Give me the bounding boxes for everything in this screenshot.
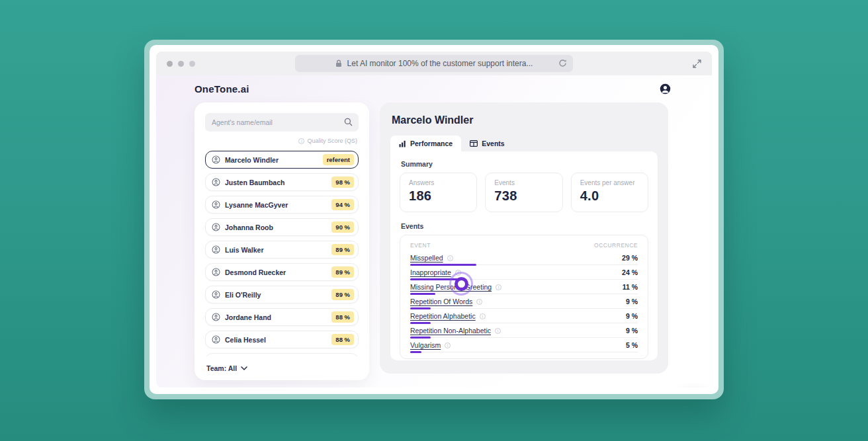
tab-performance-label: Performance xyxy=(410,140,453,147)
agent-sidebar: Quality Score (QS) Marcelo Windler refer… xyxy=(195,102,369,380)
agent-name: Eli O'Reilly xyxy=(225,291,261,299)
info-icon[interactable] xyxy=(480,313,486,319)
agent-row[interactable]: Marcelo Windler referent xyxy=(205,151,359,169)
summary-card-value: 186 xyxy=(409,188,468,204)
search-icon xyxy=(344,118,353,126)
account-icon[interactable] xyxy=(660,83,671,95)
info-icon[interactable] xyxy=(445,342,451,348)
event-occurrence-value: 11 % xyxy=(623,283,638,291)
team-filter-label: Team: All xyxy=(206,364,237,372)
event-occurrence-value: 9 % xyxy=(626,298,638,305)
event-row: Misspelled 29 % xyxy=(410,251,638,266)
event-occurrence-track xyxy=(410,322,638,324)
agent-avatar-icon xyxy=(212,335,220,344)
agent-detail-title: Marcelo Windler xyxy=(392,114,658,126)
event-row: Vulgarism 5 % xyxy=(410,339,638,353)
info-icon[interactable] xyxy=(476,299,482,305)
event-occurrence-track xyxy=(410,293,638,295)
summary-card-value: 4.0 xyxy=(580,188,639,204)
agent-avatar-icon xyxy=(212,178,220,186)
search-input[interactable] xyxy=(205,113,359,132)
window-zoom-button[interactable] xyxy=(189,61,195,67)
url-bar[interactable]: Let AI monitor 100% of the customer supp… xyxy=(295,55,573,72)
agent-row[interactable]: Jordane Hand 88 % xyxy=(205,308,359,326)
event-name-link[interactable]: Misspelled xyxy=(410,254,443,262)
agent-score-badge: 89 % xyxy=(331,244,354,255)
quality-score-legend: Quality Score (QS) xyxy=(205,138,357,144)
event-name-link[interactable]: Inappropriate xyxy=(410,268,451,276)
info-icon[interactable] xyxy=(447,255,453,261)
summary-card-label: Events xyxy=(494,179,553,186)
events-label: Events xyxy=(401,222,648,230)
window-close-button[interactable] xyxy=(167,61,173,67)
agent-avatar-icon xyxy=(212,290,220,299)
agent-list: Marcelo Windler referent Justen Baumbach… xyxy=(205,151,359,371)
expand-window-icon[interactable] xyxy=(693,60,701,68)
column-event: EVENT xyxy=(410,242,431,249)
agent-name: Lysanne MacGyver xyxy=(225,201,288,209)
quality-score-label: Quality Score (QS) xyxy=(307,138,357,144)
agent-name: Luis Walker xyxy=(225,246,264,254)
events-table-body: Misspelled 29 % Inappropriate 24 % Missi… xyxy=(410,251,638,353)
info-icon[interactable] xyxy=(495,328,501,334)
event-name-link[interactable]: Repetition Of Words xyxy=(410,298,472,305)
performance-content: Summary Answers 186 Events 738 Events pe… xyxy=(390,151,658,360)
events-table: EVENT OCCURRENCE Misspelled 29 % Inappro… xyxy=(400,235,648,359)
agent-avatar-icon xyxy=(212,223,220,231)
agent-row[interactable]: Justen Baumbach 98 % xyxy=(205,173,359,191)
event-occurrence-value: 9 % xyxy=(626,312,638,320)
agent-row[interactable]: Luis Walker 89 % xyxy=(205,241,359,259)
event-name-link[interactable]: Repetition Alphabetic xyxy=(410,312,476,320)
agent-name: Johanna Roob xyxy=(225,223,273,231)
agent-row[interactable]: Desmond Ruecker 89 % xyxy=(205,263,359,281)
event-row: Inappropriate 24 % xyxy=(410,266,638,280)
browser-window: Let AI monitor 100% of the customer supp… xyxy=(150,45,718,394)
agent-row[interactable]: Lysanne MacGyver 94 % xyxy=(205,196,359,214)
lock-icon xyxy=(335,60,342,67)
browser-chrome: Let AI monitor 100% of the customer supp… xyxy=(156,52,712,75)
event-name-link[interactable]: Repetition Non-Alphabetic xyxy=(410,327,491,335)
info-icon[interactable] xyxy=(496,284,501,290)
agent-score-badge: 88 % xyxy=(331,334,354,345)
event-occurrence-bar xyxy=(410,322,431,324)
agent-row[interactable]: Celia Hessel 88 % xyxy=(205,331,359,348)
event-name-link[interactable]: Vulgarism xyxy=(410,341,441,349)
logo: OneTone.ai xyxy=(195,83,249,95)
window-minimize-button[interactable] xyxy=(178,61,184,67)
tab-events-label: Events xyxy=(482,140,504,147)
reload-icon[interactable] xyxy=(558,59,567,67)
chevron-down-icon xyxy=(241,366,247,371)
agent-score-badge: 88 % xyxy=(331,311,354,323)
agent-name: Justen Baumbach xyxy=(225,179,284,186)
agent-avatar-icon xyxy=(212,200,220,209)
agent-score-badge: 94 % xyxy=(331,199,354,210)
summary-card: Events 738 xyxy=(485,173,562,212)
table-icon xyxy=(470,140,478,147)
event-row: Missing Personal Greeting 11 % xyxy=(410,280,638,295)
summary-label: Summary xyxy=(401,160,648,168)
tab-events[interactable]: Events xyxy=(461,136,513,151)
agent-score-badge: referent xyxy=(323,154,354,165)
event-row: Repetition Of Words 9 % xyxy=(410,295,638,309)
agent-row[interactable]: Johanna Roob 90 % xyxy=(205,218,359,236)
agent-avatar-icon xyxy=(212,245,220,254)
agent-row[interactable]: Eli O'Reilly 89 % xyxy=(205,286,359,303)
agent-name: Marcelo Windler xyxy=(225,156,279,164)
event-occurrence-bar xyxy=(410,351,421,353)
event-occurrence-track xyxy=(410,264,638,266)
event-occurrence-track xyxy=(410,351,638,353)
cursor-click-indicator xyxy=(449,272,473,296)
summary-card-label: Answers xyxy=(409,179,468,186)
event-occurrence-value: 24 % xyxy=(622,268,638,276)
tab-performance[interactable]: Performance xyxy=(390,136,461,151)
team-filter[interactable]: Team: All xyxy=(195,356,369,380)
summary-card: Answers 186 xyxy=(400,173,477,212)
info-icon[interactable] xyxy=(298,138,304,144)
event-occurrence-track xyxy=(410,278,638,280)
agent-detail-panel: Marcelo Windler Performance Events Summa… xyxy=(380,102,668,374)
event-occurrence-track xyxy=(410,337,638,339)
agent-score-badge: 89 % xyxy=(331,289,354,300)
app-header: OneTone.ai xyxy=(156,75,712,102)
summary-card-value: 738 xyxy=(494,188,553,204)
summary-cards: Answers 186 Events 738 Events per answer… xyxy=(400,173,648,212)
